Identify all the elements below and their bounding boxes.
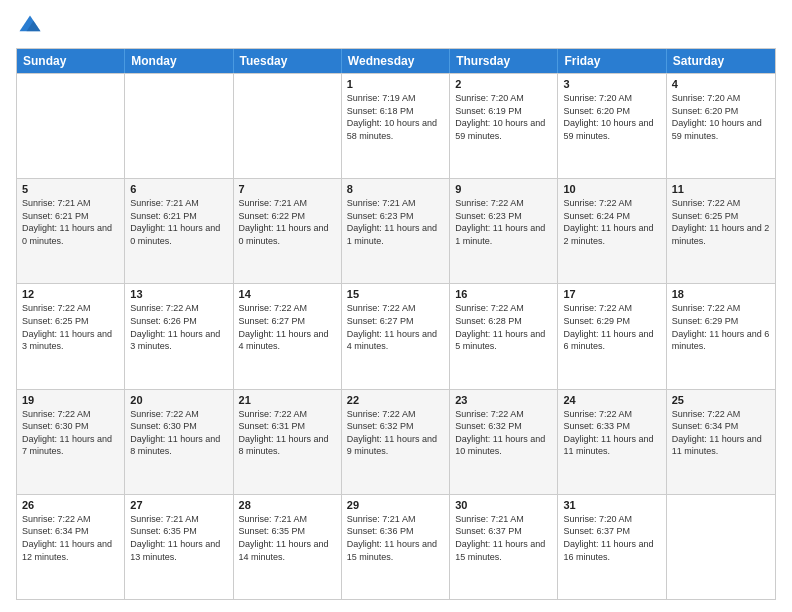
- calendar-cell: 2Sunrise: 7:20 AM Sunset: 6:19 PM Daylig…: [450, 74, 558, 178]
- day-number: 23: [455, 394, 552, 406]
- calendar-cell: 15Sunrise: 7:22 AM Sunset: 6:27 PM Dayli…: [342, 284, 450, 388]
- calendar-cell: 23Sunrise: 7:22 AM Sunset: 6:32 PM Dayli…: [450, 390, 558, 494]
- day-info: Sunrise: 7:21 AM Sunset: 6:35 PM Dayligh…: [130, 513, 227, 563]
- calendar-cell: 24Sunrise: 7:22 AM Sunset: 6:33 PM Dayli…: [558, 390, 666, 494]
- day-info: Sunrise: 7:22 AM Sunset: 6:26 PM Dayligh…: [130, 302, 227, 352]
- day-info: Sunrise: 7:22 AM Sunset: 6:32 PM Dayligh…: [347, 408, 444, 458]
- day-number: 15: [347, 288, 444, 300]
- day-number: 3: [563, 78, 660, 90]
- day-info: Sunrise: 7:21 AM Sunset: 6:23 PM Dayligh…: [347, 197, 444, 247]
- day-info: Sunrise: 7:20 AM Sunset: 6:37 PM Dayligh…: [563, 513, 660, 563]
- day-info: Sunrise: 7:22 AM Sunset: 6:27 PM Dayligh…: [239, 302, 336, 352]
- day-number: 9: [455, 183, 552, 195]
- day-number: 6: [130, 183, 227, 195]
- calendar-cell: [125, 74, 233, 178]
- calendar-cell: 13Sunrise: 7:22 AM Sunset: 6:26 PM Dayli…: [125, 284, 233, 388]
- day-info: Sunrise: 7:21 AM Sunset: 6:21 PM Dayligh…: [130, 197, 227, 247]
- day-number: 16: [455, 288, 552, 300]
- calendar-cell: 27Sunrise: 7:21 AM Sunset: 6:35 PM Dayli…: [125, 495, 233, 599]
- calendar-cell: 31Sunrise: 7:20 AM Sunset: 6:37 PM Dayli…: [558, 495, 666, 599]
- day-info: Sunrise: 7:22 AM Sunset: 6:23 PM Dayligh…: [455, 197, 552, 247]
- day-info: Sunrise: 7:21 AM Sunset: 6:22 PM Dayligh…: [239, 197, 336, 247]
- calendar-cell: 22Sunrise: 7:22 AM Sunset: 6:32 PM Dayli…: [342, 390, 450, 494]
- day-number: 20: [130, 394, 227, 406]
- calendar: SundayMondayTuesdayWednesdayThursdayFrid…: [16, 48, 776, 600]
- day-number: 12: [22, 288, 119, 300]
- day-info: Sunrise: 7:22 AM Sunset: 6:25 PM Dayligh…: [22, 302, 119, 352]
- calendar-cell: 25Sunrise: 7:22 AM Sunset: 6:34 PM Dayli…: [667, 390, 775, 494]
- calendar-header: SundayMondayTuesdayWednesdayThursdayFrid…: [17, 49, 775, 73]
- calendar-cell: 28Sunrise: 7:21 AM Sunset: 6:35 PM Dayli…: [234, 495, 342, 599]
- day-number: 17: [563, 288, 660, 300]
- calendar-cell: [17, 74, 125, 178]
- calendar-cell: 3Sunrise: 7:20 AM Sunset: 6:20 PM Daylig…: [558, 74, 666, 178]
- calendar-cell: 21Sunrise: 7:22 AM Sunset: 6:31 PM Dayli…: [234, 390, 342, 494]
- calendar-week: 5Sunrise: 7:21 AM Sunset: 6:21 PM Daylig…: [17, 178, 775, 283]
- day-number: 25: [672, 394, 770, 406]
- calendar-week: 1Sunrise: 7:19 AM Sunset: 6:18 PM Daylig…: [17, 73, 775, 178]
- day-info: Sunrise: 7:20 AM Sunset: 6:20 PM Dayligh…: [672, 92, 770, 142]
- calendar-cell: 30Sunrise: 7:21 AM Sunset: 6:37 PM Dayli…: [450, 495, 558, 599]
- calendar-week: 19Sunrise: 7:22 AM Sunset: 6:30 PM Dayli…: [17, 389, 775, 494]
- weekday-header: Friday: [558, 49, 666, 73]
- calendar-body: 1Sunrise: 7:19 AM Sunset: 6:18 PM Daylig…: [17, 73, 775, 599]
- day-info: Sunrise: 7:20 AM Sunset: 6:20 PM Dayligh…: [563, 92, 660, 142]
- day-info: Sunrise: 7:22 AM Sunset: 6:30 PM Dayligh…: [130, 408, 227, 458]
- day-number: 24: [563, 394, 660, 406]
- logo: [16, 12, 48, 40]
- day-number: 7: [239, 183, 336, 195]
- day-number: 2: [455, 78, 552, 90]
- day-info: Sunrise: 7:22 AM Sunset: 6:31 PM Dayligh…: [239, 408, 336, 458]
- day-info: Sunrise: 7:22 AM Sunset: 6:27 PM Dayligh…: [347, 302, 444, 352]
- calendar-cell: 4Sunrise: 7:20 AM Sunset: 6:20 PM Daylig…: [667, 74, 775, 178]
- calendar-cell: 9Sunrise: 7:22 AM Sunset: 6:23 PM Daylig…: [450, 179, 558, 283]
- day-info: Sunrise: 7:21 AM Sunset: 6:36 PM Dayligh…: [347, 513, 444, 563]
- day-number: 26: [22, 499, 119, 511]
- day-number: 27: [130, 499, 227, 511]
- calendar-cell: 8Sunrise: 7:21 AM Sunset: 6:23 PM Daylig…: [342, 179, 450, 283]
- calendar-week: 26Sunrise: 7:22 AM Sunset: 6:34 PM Dayli…: [17, 494, 775, 599]
- day-info: Sunrise: 7:22 AM Sunset: 6:29 PM Dayligh…: [672, 302, 770, 352]
- logo-icon: [16, 12, 44, 40]
- weekday-header: Monday: [125, 49, 233, 73]
- day-number: 1: [347, 78, 444, 90]
- day-number: 5: [22, 183, 119, 195]
- day-info: Sunrise: 7:22 AM Sunset: 6:34 PM Dayligh…: [22, 513, 119, 563]
- calendar-cell: 20Sunrise: 7:22 AM Sunset: 6:30 PM Dayli…: [125, 390, 233, 494]
- calendar-cell: 19Sunrise: 7:22 AM Sunset: 6:30 PM Dayli…: [17, 390, 125, 494]
- day-number: 4: [672, 78, 770, 90]
- day-number: 31: [563, 499, 660, 511]
- weekday-header: Thursday: [450, 49, 558, 73]
- day-info: Sunrise: 7:22 AM Sunset: 6:28 PM Dayligh…: [455, 302, 552, 352]
- day-info: Sunrise: 7:21 AM Sunset: 6:37 PM Dayligh…: [455, 513, 552, 563]
- page: SundayMondayTuesdayWednesdayThursdayFrid…: [0, 0, 792, 612]
- day-info: Sunrise: 7:20 AM Sunset: 6:19 PM Dayligh…: [455, 92, 552, 142]
- calendar-cell: 18Sunrise: 7:22 AM Sunset: 6:29 PM Dayli…: [667, 284, 775, 388]
- header: [16, 12, 776, 40]
- calendar-cell: 26Sunrise: 7:22 AM Sunset: 6:34 PM Dayli…: [17, 495, 125, 599]
- calendar-cell: 10Sunrise: 7:22 AM Sunset: 6:24 PM Dayli…: [558, 179, 666, 283]
- calendar-cell: 1Sunrise: 7:19 AM Sunset: 6:18 PM Daylig…: [342, 74, 450, 178]
- day-number: 11: [672, 183, 770, 195]
- day-number: 18: [672, 288, 770, 300]
- calendar-cell: 12Sunrise: 7:22 AM Sunset: 6:25 PM Dayli…: [17, 284, 125, 388]
- calendar-week: 12Sunrise: 7:22 AM Sunset: 6:25 PM Dayli…: [17, 283, 775, 388]
- day-info: Sunrise: 7:22 AM Sunset: 6:32 PM Dayligh…: [455, 408, 552, 458]
- day-info: Sunrise: 7:19 AM Sunset: 6:18 PM Dayligh…: [347, 92, 444, 142]
- day-number: 30: [455, 499, 552, 511]
- day-number: 21: [239, 394, 336, 406]
- day-number: 10: [563, 183, 660, 195]
- calendar-cell: [667, 495, 775, 599]
- day-number: 19: [22, 394, 119, 406]
- calendar-cell: 6Sunrise: 7:21 AM Sunset: 6:21 PM Daylig…: [125, 179, 233, 283]
- calendar-cell: 29Sunrise: 7:21 AM Sunset: 6:36 PM Dayli…: [342, 495, 450, 599]
- calendar-cell: 16Sunrise: 7:22 AM Sunset: 6:28 PM Dayli…: [450, 284, 558, 388]
- day-info: Sunrise: 7:21 AM Sunset: 6:35 PM Dayligh…: [239, 513, 336, 563]
- day-info: Sunrise: 7:21 AM Sunset: 6:21 PM Dayligh…: [22, 197, 119, 247]
- weekday-header: Sunday: [17, 49, 125, 73]
- calendar-cell: 7Sunrise: 7:21 AM Sunset: 6:22 PM Daylig…: [234, 179, 342, 283]
- calendar-cell: 11Sunrise: 7:22 AM Sunset: 6:25 PM Dayli…: [667, 179, 775, 283]
- day-number: 8: [347, 183, 444, 195]
- calendar-cell: 5Sunrise: 7:21 AM Sunset: 6:21 PM Daylig…: [17, 179, 125, 283]
- day-number: 22: [347, 394, 444, 406]
